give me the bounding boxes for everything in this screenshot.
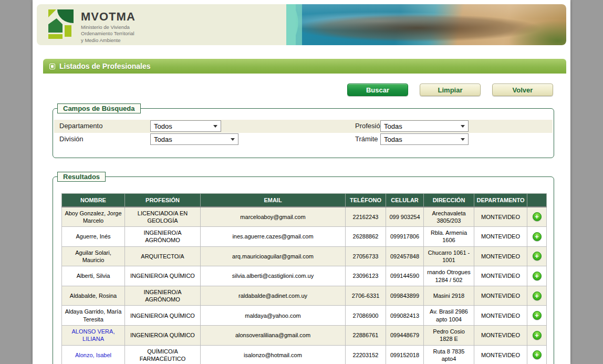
cell-telefono: 26288862 [346,227,386,247]
cell-celular: 092457848 [386,246,424,266]
cell-email: maldaya@yahoo.com [201,306,346,326]
col-telefono: TELÉFONO [346,194,386,207]
tramite-select[interactable]: Todas [380,133,469,145]
cell-email: marceloaboy@gmail.com [201,207,346,227]
chevron-down-icon [461,138,465,141]
col-expand [527,194,547,207]
results-table: NOMBRE PROFESIÓN EMAIL TELÉFONO CELULAR … [61,193,547,364]
cell-expand: + [527,207,547,227]
cell-email: ines.aguerre.cazes@gmail.com [201,227,346,247]
cell-profesion: INGENIERO/A QUÍMICO [125,326,201,346]
cell-departamento: MONTEVIDEO [474,227,527,247]
departamento-select[interactable]: Todos [150,120,221,132]
profesion-select[interactable]: Todas [380,120,469,132]
cell-celular: 099 903254 [386,207,424,227]
cell-departamento: MONTEVIDEO [474,246,527,266]
cell-expand: + [527,326,547,346]
cell-email: raldabalde@adinet.com.uy [201,286,346,306]
cell-celular: 099843899 [386,286,424,306]
site-header: MVOTMA Ministerio de Vivienda Ordenamien… [37,4,566,45]
cell-telefono: 27056733 [346,246,386,266]
expand-row-button[interactable]: + [533,350,542,359]
buscar-button[interactable]: Buscar [347,84,408,96]
volver-button[interactable]: Volver [492,84,553,96]
cell-celular: 099082413 [386,306,424,326]
expand-row-button[interactable]: + [533,232,542,241]
section-title-bar: Listados de Profesionales [43,59,566,74]
cell-email: arq.mauricioaguilar@gmail.com [201,246,346,266]
chevron-down-icon [461,125,465,128]
org-subtitle-line3: y Medio Ambiente [81,37,136,44]
cell-profesion: INGENIERO/A QUÍMICO [125,306,201,326]
expand-row-button[interactable]: + [533,212,542,221]
cell-email: silvia.alberti@castiglioni.com.uy [201,266,346,286]
org-subtitle: Ministerio de Vivienda Ordenamiento Terr… [81,24,136,44]
cell-direccion: Pedro Cosio 1828 E [424,326,474,346]
search-row-1: Departamento Todos Profesión Todas [54,120,553,133]
col-direccion: DIRECCIÓN [424,194,474,207]
cell-departamento: MONTEVIDEO [474,326,527,346]
professional-name-link[interactable]: ALONSO VERA, LILIANA [72,328,115,342]
section-square-icon [49,64,55,69]
search-legend: Campos de Búsqueda [57,103,141,113]
cell-nombre: Aldabalde, Rosina [62,286,125,306]
cell-celular: 099448679 [386,326,424,346]
cell-nombre: Alberti, Silvia [62,266,125,286]
expand-row-button[interactable]: + [533,272,542,280]
col-departamento: DEPARTAMENTO [474,194,527,207]
table-row: ALONSO VERA, LILIANAINGENIERO/A QUÍMICOa… [62,326,547,346]
cell-profesion: INGENIERO/A AGRÓNOMO [125,227,201,247]
col-celular: CELULAR [386,194,424,207]
table-row: Aguerre, InésINGENIERO/A AGRÓNOMOines.ag… [62,227,547,247]
org-subtitle-line1: Ministerio de Vivienda [81,24,136,30]
cell-profesion: QUÍMICO/A FARMACÉUTICO [125,345,201,364]
chevron-down-icon [213,125,217,128]
profesion-selected-value: Todas [384,122,402,130]
cell-nombre: Aguilar Solari, Mauricio [62,246,125,266]
cell-celular: 099144590 [386,266,424,286]
table-row: Aboy Gonzalez, Jorge MarceloLICENCIADO/A… [62,207,547,227]
departamento-selected-value: Todos [154,122,172,130]
chevron-down-icon [231,138,235,141]
cell-email: isalonzo@hotmail.com [201,345,346,364]
cell-profesion: LICENCIADO/A EN GEOLOGÍA [125,207,201,227]
division-select[interactable]: Todas [150,133,238,145]
cell-email: alonsoveraliliana@gmail.com [201,326,346,346]
cell-direccion: rnando Otrogues 1284 / 502 [424,266,474,286]
cell-expand: + [527,227,547,247]
expand-row-button[interactable]: + [533,311,542,320]
results-tbody: Aboy Gonzalez, Jorge MarceloLICENCIADO/A… [62,207,547,364]
expand-row-button[interactable]: + [533,292,542,300]
cell-nombre: Aldaya Garrido, María Teresita [62,306,125,326]
cell-telefono: 22203152 [346,345,386,364]
cell-departamento: MONTEVIDEO [474,306,527,326]
cell-departamento: MONTEVIDEO [474,286,527,306]
professional-name-link[interactable]: Alonzo, Isabel [75,352,111,358]
cell-telefono: 22886761 [346,326,386,346]
cell-profesion: ARQUITECTO/A [125,246,201,266]
cell-direccion: Chucarro 1061 - 1001 [424,246,474,266]
cell-telefono: 27086900 [346,306,386,326]
cell-departamento: MONTEVIDEO [474,266,527,286]
cell-nombre: Aguerre, Inés [62,227,125,247]
limpiar-button[interactable]: Limpiar [420,84,481,96]
cell-expand: + [527,306,547,326]
cell-telefono: 22162243 [346,207,386,227]
expand-row-button[interactable]: + [533,331,542,340]
page-container: MVOTMA Ministerio de Vivienda Ordenamien… [33,0,570,364]
cell-nombre: ALONSO VERA, LILIANA [62,326,125,346]
col-nombre: NOMBRE [62,194,125,207]
division-label: División [59,135,84,143]
expand-row-button[interactable]: + [533,252,542,261]
cell-expand: + [527,286,547,306]
cell-direccion: Masini 2918 [424,286,474,306]
cell-telefono: 23096123 [346,266,386,286]
division-selected-value: Todas [154,136,172,143]
tramite-label: Trámite [355,135,378,143]
org-acronym: MVOTMA [81,11,136,23]
results-table-wrap: NOMBRE PROFESIÓN EMAIL TELÉFONO CELULAR … [61,193,554,364]
tramite-selected-value: Todas [384,136,402,143]
results-fieldset: Resultados NOMBRE PROFESIÓN EMAIL TELÉFO… [53,172,554,364]
cell-expand: + [527,266,547,286]
cell-profesion: INGENIERO/A AGRÓNOMO [125,286,201,306]
